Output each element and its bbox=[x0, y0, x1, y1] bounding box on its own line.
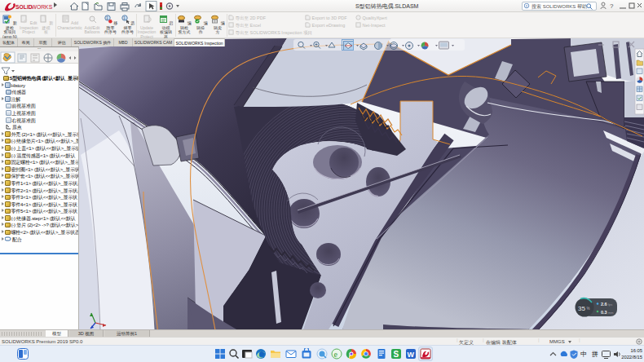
svg-text:0.3: 0.3 bbox=[601, 310, 607, 315]
svg-text:S: S bbox=[394, 350, 399, 359]
svg-text:SOLID: SOLID bbox=[15, 4, 33, 10]
svg-text:e: e bbox=[334, 350, 338, 359]
svg-text:2.6: 2.6 bbox=[601, 302, 607, 307]
svg-text:?: ? bbox=[610, 2, 614, 10]
svg-text:WORKS: WORKS bbox=[32, 4, 53, 10]
svg-text:35: 35 bbox=[578, 305, 585, 312]
svg-text:mm: mm bbox=[608, 311, 614, 315]
svg-text:%: % bbox=[587, 307, 590, 311]
svg-text:fps: fps bbox=[608, 302, 612, 307]
svg-text:W: W bbox=[408, 351, 415, 359]
